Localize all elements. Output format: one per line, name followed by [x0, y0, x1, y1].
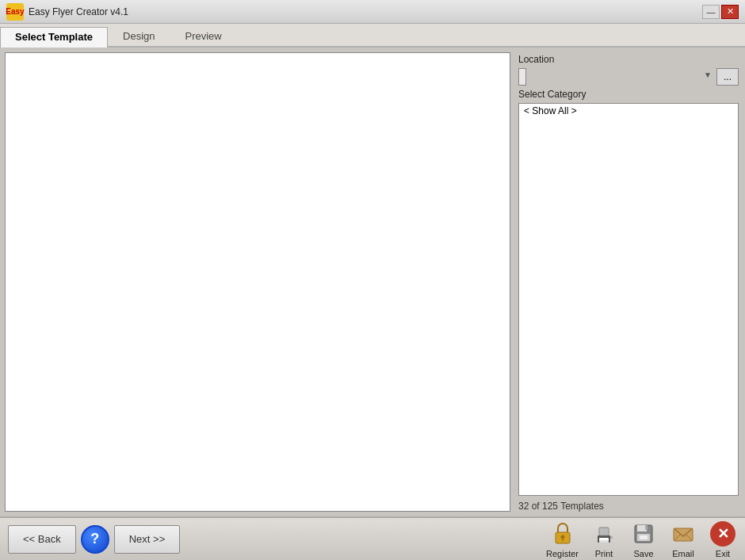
svg-rect-6 — [599, 540, 609, 543]
location-select[interactable] — [518, 68, 526, 86]
category-item-show-all[interactable]: < Show All > — [519, 104, 738, 118]
minimize-button[interactable]: — — [702, 5, 720, 19]
close-button[interactable]: ✕ — [721, 5, 739, 19]
location-section: Location ... — [518, 54, 739, 86]
save-label: Save — [633, 549, 653, 558]
category-section: Select Category < Show All > — [518, 89, 739, 496]
exit-icon: ✕ — [709, 520, 737, 547]
category-list[interactable]: < Show All > — [518, 103, 739, 496]
app-logo: Easy — [6, 3, 24, 21]
register-button[interactable]: Register — [546, 520, 579, 558]
tab-design[interactable]: Design — [108, 25, 170, 46]
tab-select-template[interactable]: Select Template — [0, 27, 108, 48]
exit-button[interactable]: ✕ Exit — [709, 520, 737, 558]
print-button[interactable]: Print — [590, 520, 618, 558]
register-label: Register — [546, 549, 579, 558]
logo-text: Easy — [6, 7, 24, 16]
email-icon — [669, 520, 697, 547]
svg-point-1 — [560, 535, 564, 539]
save-button[interactable]: Save — [629, 520, 658, 558]
email-button[interactable]: Email — [669, 520, 697, 558]
help-button[interactable]: ? — [81, 525, 109, 554]
print-icon — [590, 520, 618, 547]
print-label: Print — [595, 549, 613, 558]
exit-label: Exit — [716, 549, 730, 558]
main-content: Location ... Select Category < Show All … — [0, 48, 745, 516]
template-count: 32 of 125 Templates — [518, 499, 739, 513]
toolbar-right: Register Print — [546, 520, 737, 558]
titlebar: Easy Easy Flyer Creator v4.1 — ✕ — [0, 0, 745, 24]
register-icon — [548, 520, 577, 547]
app-title: Easy Flyer Creator v4.1 — [29, 6, 701, 17]
template-preview-area — [5, 52, 510, 512]
location-select-wrapper — [518, 68, 713, 86]
next-button[interactable]: Next >> — [114, 525, 181, 554]
tabbar: Select Template Design Preview — [0, 24, 745, 48]
save-icon — [629, 520, 658, 547]
tab-preview[interactable]: Preview — [170, 25, 237, 46]
category-label: Select Category — [518, 89, 739, 100]
svg-rect-12 — [640, 535, 648, 539]
browse-button[interactable]: ... — [716, 68, 739, 86]
svg-rect-5 — [599, 528, 609, 535]
back-button[interactable]: << Back — [8, 525, 76, 554]
svg-rect-10 — [645, 525, 648, 530]
nav-buttons: << Back ? Next >> — [8, 525, 180, 554]
bottombar: << Back ? Next >> Register — [0, 516, 745, 560]
location-label: Location — [518, 54, 739, 65]
email-label: Email — [672, 549, 694, 558]
right-panel: Location ... Select Category < Show All … — [515, 48, 745, 516]
location-row: ... — [518, 68, 739, 86]
svg-rect-7 — [610, 536, 613, 539]
